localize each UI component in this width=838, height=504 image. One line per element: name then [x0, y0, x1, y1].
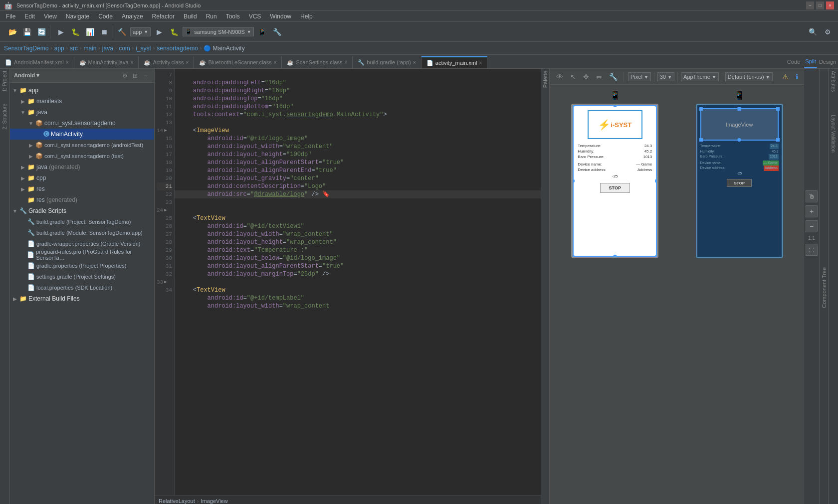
nav-app[interactable]: app: [54, 45, 64, 52]
toolbar-hammer-btn[interactable]: 🔨: [115, 25, 128, 38]
preview-arrows-btn[interactable]: ⇔: [594, 72, 604, 82]
toolbar-debug-btn[interactable]: 🐛: [69, 25, 82, 38]
code-content[interactable]: android:paddingLeft="16dp" android:paddi…: [175, 69, 541, 495]
menu-file[interactable]: File: [2, 12, 19, 21]
tab-bluetooth-class[interactable]: ☕ BluetoothLeScanner.class ×: [194, 56, 282, 68]
run-config-debug-btn[interactable]: 🐛: [168, 25, 181, 38]
zoom-fit-btn[interactable]: 🖱: [806, 190, 818, 202]
structure-icon[interactable]: 2: Structure: [2, 104, 7, 130]
tab-activity-main-xml[interactable]: 📄 activity_main.xml ×: [421, 56, 488, 68]
tree-item-cpp[interactable]: ▶ 📁 cpp: [10, 172, 154, 183]
tab-close-mainactivity[interactable]: ×: [131, 60, 134, 65]
tree-item-external[interactable]: ▶ 📁 External Build Files: [10, 293, 154, 304]
tab-androidmanifest[interactable]: 📄 AndroidManifest.xml ×: [0, 56, 74, 68]
attributes-label[interactable]: Attributes: [831, 71, 836, 92]
toolbar-settings-btn[interactable]: ⚙: [821, 25, 834, 38]
menu-refactor[interactable]: Refactor: [148, 12, 179, 21]
preview-warning-btn[interactable]: ⚠: [780, 72, 791, 82]
nav-isyst[interactable]: i_syst: [136, 45, 151, 52]
menu-navigate[interactable]: Navigate: [62, 12, 93, 21]
tree-item-java-generated[interactable]: ▶ 📁 java (generated): [10, 162, 154, 172]
minimize-button[interactable]: −: [806, 1, 814, 9]
layout-validation-label[interactable]: Layout Validation: [831, 115, 836, 153]
code-mode-btn[interactable]: Code: [787, 55, 800, 68]
tree-item-package-test[interactable]: ▶ 📦 com.i_syst.sensortagdemo (test): [10, 151, 154, 162]
tab-close-activity-main[interactable]: ×: [479, 60, 482, 66]
tree-item-gradle-properties[interactable]: 📄 gradle.properties (Project Properties): [10, 260, 154, 271]
panel-layout-btn[interactable]: ⊞: [131, 71, 140, 80]
preview-info-btn[interactable]: ℹ: [794, 72, 800, 82]
breadcrumb-imageview[interactable]: ImageView: [201, 498, 227, 504]
toolbar-profile-btn[interactable]: 📊: [83, 25, 96, 38]
menu-view[interactable]: View: [40, 12, 61, 21]
tree-item-gradle-wrapper[interactable]: 📄 gradle-wrapper.properties (Gradle Vers…: [10, 238, 154, 249]
tree-item-package-main[interactable]: ▼ 📦 com.i_syst.sensortagdemo: [10, 118, 154, 129]
project-strip-label[interactable]: 1: Project: [2, 71, 7, 92]
toolbar-sync-btn[interactable]: 🔄: [35, 25, 48, 38]
toolbar-search-btn[interactable]: 🔍: [806, 25, 819, 38]
tree-item-package-androidtest[interactable]: ▶ 📦 com.i_syst.sensortagdemo (androidTes…: [10, 140, 154, 151]
menu-build[interactable]: Build: [180, 12, 201, 21]
tree-item-local-properties[interactable]: 📄 local.properties (SDK Location): [10, 282, 154, 293]
maximize-button[interactable]: □: [816, 1, 824, 9]
toolbar-open-btn[interactable]: 📂: [6, 25, 19, 38]
zoom-ratio[interactable]: 1:1: [808, 235, 815, 241]
toolbar-save-btn[interactable]: 💾: [20, 25, 33, 38]
preview-pointer-btn[interactable]: ↖: [568, 72, 578, 82]
tab-scansettings-class[interactable]: ☕ ScanSettings.class ×: [282, 56, 353, 68]
tree-item-res-generated[interactable]: 📁 res (generated): [10, 194, 154, 205]
nav-main[interactable]: main: [83, 45, 96, 52]
device-dropdown[interactable]: 📱 samsung SM-N900S ▼: [183, 27, 253, 36]
tab-activity-class[interactable]: ☕ Activity.class ×: [139, 56, 194, 68]
menu-tools[interactable]: Tools: [222, 12, 244, 21]
menu-code[interactable]: Code: [94, 12, 117, 21]
design-mode-btn[interactable]: Design: [821, 55, 834, 68]
zoom-in-btn[interactable]: +: [806, 205, 818, 217]
tab-mainactivity-java[interactable]: ☕ MainActivity.java ×: [74, 56, 139, 68]
locale-dropdown[interactable]: Default (en-us) ▼: [725, 72, 773, 81]
avd-btn[interactable]: 📱: [256, 25, 269, 38]
tab-close-scansettings[interactable]: ×: [344, 60, 347, 65]
menu-analyze[interactable]: Analyze: [118, 12, 147, 21]
preview-tools-btn[interactable]: 🔧: [607, 72, 620, 82]
nav-src[interactable]: src: [70, 45, 78, 52]
menu-vcs[interactable]: VCS: [245, 12, 265, 21]
tree-item-res[interactable]: ▶ 📁 res: [10, 183, 154, 194]
phone-stop-button-dark[interactable]: STOP: [727, 179, 752, 187]
tab-close-build[interactable]: ×: [413, 60, 416, 65]
menu-run[interactable]: Run: [202, 12, 221, 21]
menu-edit[interactable]: Edit: [20, 12, 39, 21]
nav-com[interactable]: com: [119, 45, 130, 52]
close-button[interactable]: ×: [826, 1, 834, 9]
panel-gear-btn[interactable]: ⚙: [120, 71, 129, 80]
toolbar-run-btn[interactable]: ▶: [54, 25, 67, 38]
preview-pan-btn[interactable]: ✥: [581, 72, 591, 82]
panel-minimize-btn[interactable]: −: [141, 71, 150, 80]
nav-sensortagdemo[interactable]: sensortagdemo: [157, 45, 198, 52]
tree-item-manifests[interactable]: ▶ 📁 manifests: [10, 96, 154, 107]
run-config-run-btn[interactable]: ▶: [153, 25, 166, 38]
tree-item-java[interactable]: ▼ 📁 java: [10, 107, 154, 118]
tab-close-androidmanifest[interactable]: ×: [66, 60, 69, 65]
tree-item-app[interactable]: ▼ 📁 app: [10, 85, 154, 96]
tab-close-activity[interactable]: ×: [186, 60, 189, 65]
nav-sensortag[interactable]: SensorTagDemo: [4, 45, 48, 52]
api-dropdown[interactable]: 30 ▼: [657, 72, 674, 81]
fullscreen-btn[interactable]: ⛶: [806, 244, 818, 256]
split-mode-btn[interactable]: Split: [804, 55, 817, 68]
menu-window[interactable]: Window: [266, 12, 295, 21]
zoom-out-btn[interactable]: −: [806, 220, 818, 232]
tree-item-build-gradle-module[interactable]: 🔧 build.gradle (Module: SensorTagDemo.ap…: [10, 227, 154, 238]
tree-item-settings-gradle[interactable]: 📄 settings.gradle (Project Settings): [10, 271, 154, 282]
tree-item-build-gradle-project[interactable]: 🔧 build.gradle (Project: SensorTagDemo): [10, 216, 154, 227]
preview-eye-btn[interactable]: 👁: [554, 72, 565, 82]
palette-label[interactable]: Palette: [542, 71, 548, 88]
tab-build-gradle[interactable]: 🔧 build.gradle (:app) ×: [353, 56, 421, 68]
nav-java[interactable]: java: [102, 45, 113, 52]
app-dropdown[interactable]: app ▼: [130, 27, 151, 36]
pixel-dropdown[interactable]: Pixel ▼: [628, 72, 651, 81]
apptheme-dropdown[interactable]: AppTheme ▼: [681, 72, 719, 81]
phone-stop-button-light[interactable]: STOP: [600, 183, 630, 193]
menu-help[interactable]: Help: [296, 12, 317, 21]
tree-item-mainactivity[interactable]: 🅒 MainActivity: [10, 129, 154, 140]
